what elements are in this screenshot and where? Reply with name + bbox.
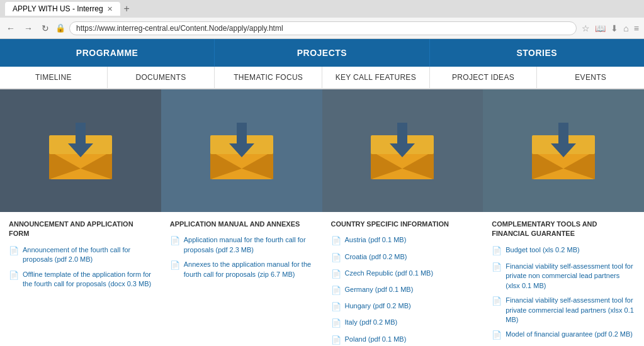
list-item: 📄 Czech Republic (pdf 0.1 MB) (331, 269, 475, 280)
nav-timeline[interactable]: TIMELINE (0, 67, 108, 88)
list-item: 📄 Model of financial guarantee (pdf 0.2 … (492, 330, 635, 341)
card-body-application-manual: APPLICATION MANUAL AND ANNEXES 📄 Applica… (161, 212, 322, 292)
list-item: 📄 Italy (pdf 0.2 MB) (331, 318, 475, 329)
file-icon: 📄 (331, 318, 341, 329)
browser-toolbar: ← → ↻ 🔒 ☆ 📖 ⬇ ⌂ ≡ (0, 18, 644, 39)
card-title-country-specific: COUNTRY SPECIFIC INFORMATION (331, 220, 475, 229)
tab-title: APPLY WITH US - Interreg (13, 4, 103, 13)
file-icon: 📄 (170, 235, 180, 247)
list-item: 📄 Poland (pdf 0.1 MB) (331, 335, 475, 346)
download-link[interactable]: Annexes to the application manual for th… (184, 260, 314, 279)
card-image-application-manual (161, 89, 322, 212)
card-body-announcement: ANNOUNCEMENT AND APPLICATION FORM 📄 Anno… (0, 212, 161, 301)
nav-projects[interactable]: PROJECTS (215, 39, 429, 67)
main-content: ANNOUNCEMENT AND APPLICATION FORM 📄 Anno… (0, 89, 644, 346)
card-country-specific: COUNTRY SPECIFIC INFORMATION 📄 Austria (… (322, 89, 483, 346)
file-icon: 📄 (492, 330, 502, 341)
bookmark-star-icon[interactable]: ☆ (580, 22, 591, 35)
download-link[interactable]: Financial viability self-assessment tool… (506, 296, 635, 325)
tab-close-icon[interactable]: ✕ (107, 5, 113, 13)
file-icon: 📄 (9, 245, 19, 257)
card-announcement: ANNOUNCEMENT AND APPLICATION FORM 📄 Anno… (0, 89, 161, 346)
card-title-complementary-tools: COMPLEMENTARY TOOLS AND FINANCIAL GUARAN… (492, 220, 635, 239)
card-image-announcement (0, 89, 161, 212)
list-item: 📄 Financial viability self-assessment to… (492, 296, 635, 325)
url-bar[interactable] (69, 21, 577, 35)
forward-button[interactable]: → (21, 22, 35, 35)
list-item: 📄 Austria (pdf 0.1 MB) (331, 235, 475, 247)
file-icon: 📄 (331, 269, 341, 280)
list-item: 📄 Annexes to the application manual for … (170, 260, 314, 279)
new-tab-button[interactable]: + (124, 3, 130, 14)
browser-titlebar: APPLY WITH US - Interreg ✕ + (0, 0, 644, 18)
menu-icon[interactable]: ≡ (633, 22, 640, 35)
home-icon[interactable]: ⌂ (622, 22, 630, 35)
card-application-manual: APPLICATION MANUAL AND ANNEXES 📄 Applica… (161, 89, 322, 346)
download-link[interactable]: Croatia (pdf 0.2 MB) (345, 252, 407, 262)
download-link[interactable]: Czech Republic (pdf 0.1 MB) (345, 269, 434, 278)
list-item: 📄 Offline template of the application fo… (9, 270, 152, 289)
list-item: 📄 Financial viability self-assessment to… (492, 262, 635, 291)
card-complementary-tools: COMPLEMENTARY TOOLS AND FINANCIAL GUARAN… (483, 89, 644, 346)
refresh-button[interactable]: ↻ (39, 22, 52, 35)
browser-tab[interactable]: APPLY WITH US - Interreg ✕ (5, 2, 120, 16)
back-button[interactable]: ← (4, 22, 18, 35)
card-title-announcement: ANNOUNCEMENT AND APPLICATION FORM (9, 220, 152, 239)
file-icon: 📄 (331, 235, 341, 247)
download-icon[interactable]: ⬇ (609, 22, 619, 35)
download-link[interactable]: Poland (pdf 0.1 MB) (345, 335, 407, 344)
list-item: 📄 Application manual for the fourth call… (170, 235, 314, 255)
file-icon: 📄 (331, 285, 341, 296)
primary-nav: PROGRAMME PROJECTS STORIES (0, 39, 644, 67)
file-icon: 📄 (331, 252, 341, 264)
file-icon: 📄 (170, 260, 180, 271)
download-link[interactable]: Model of financial guarantee (pdf 0.2 MB… (506, 330, 633, 339)
download-link[interactable]: Application manual for the fourth call f… (184, 235, 314, 255)
file-icon: 📄 (492, 262, 502, 273)
download-link[interactable]: Italy (pdf 0.2 MB) (345, 318, 398, 327)
card-image-country-specific (322, 89, 483, 212)
download-link[interactable]: Hungary (pdf 0.2 MB) (345, 301, 411, 311)
file-icon: 📄 (331, 301, 341, 313)
download-link[interactable]: Offline template of the application form… (23, 270, 152, 289)
nav-programme[interactable]: PROGRAMME (0, 39, 215, 67)
file-icon: 📄 (492, 245, 502, 257)
card-title-application-manual: APPLICATION MANUAL AND ANNEXES (170, 220, 314, 229)
list-item: 📄 Hungary (pdf 0.2 MB) (331, 301, 475, 313)
security-lock-icon: 🔒 (55, 23, 65, 33)
download-link[interactable]: Budget tool (xls 0.2 MB) (506, 245, 579, 255)
secondary-nav: TIMELINE DOCUMENTS THEMATIC FOCUS KEY CA… (0, 67, 644, 89)
list-item: 📄 Announcement of the fourth call for pr… (9, 245, 152, 265)
download-link[interactable]: Financial viability self-assessment tool… (506, 262, 635, 291)
card-image-complementary-tools (483, 89, 644, 212)
nav-thematic-focus[interactable]: THEMATIC FOCUS (215, 67, 322, 88)
card-body-complementary-tools: COMPLEMENTARY TOOLS AND FINANCIAL GUARAN… (483, 212, 644, 346)
card-body-country-specific: COUNTRY SPECIFIC INFORMATION 📄 Austria (… (322, 212, 483, 346)
nav-events[interactable]: EVENTS (537, 67, 644, 88)
nav-key-call-features[interactable]: KEY CALL FEATURES (322, 67, 430, 88)
file-icon: 📄 (9, 270, 19, 281)
nav-stories[interactable]: STORIES (430, 39, 644, 67)
nav-project-ideas[interactable]: PROJECT IDEAS (430, 67, 538, 88)
content-grid: ANNOUNCEMENT AND APPLICATION FORM 📄 Anno… (0, 89, 644, 346)
download-link[interactable]: Announcement of the fourth call for prop… (23, 245, 152, 265)
download-link[interactable]: Austria (pdf 0.1 MB) (345, 235, 407, 245)
file-icon: 📄 (331, 335, 341, 346)
file-icon: 📄 (492, 296, 502, 307)
list-item: 📄 Budget tool (xls 0.2 MB) (492, 245, 635, 257)
nav-documents[interactable]: DOCUMENTS (108, 67, 215, 88)
list-item: 📄 Croatia (pdf 0.2 MB) (331, 252, 475, 264)
browser-actions: ☆ 📖 ⬇ ⌂ ≡ (580, 22, 640, 35)
list-item: 📄 Germany (pdf 0.1 MB) (331, 285, 475, 296)
download-link[interactable]: Germany (pdf 0.1 MB) (345, 285, 414, 294)
reading-list-icon[interactable]: 📖 (594, 22, 607, 35)
